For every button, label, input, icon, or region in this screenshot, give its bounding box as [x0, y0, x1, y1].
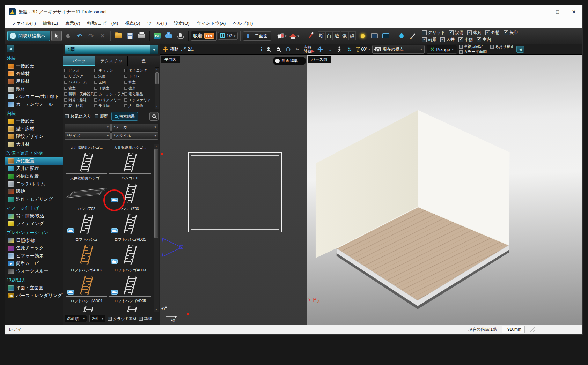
sidebar-item-敷材[interactable]: 敷材 — [5, 85, 63, 93]
save-button[interactable] — [125, 31, 135, 41]
plan-view[interactable]: 平面図 +Y +X — [160, 55, 307, 325]
menu-編集(E)[interactable]: 編集(E) — [39, 18, 61, 28]
search-button[interactable] — [149, 112, 159, 121]
back-to-floorplan-button[interactable]: ← 間取り編集へ — [7, 31, 50, 41]
selection-frame-button[interactable] — [255, 45, 263, 53]
category-玄関[interactable]: 玄関 — [94, 79, 124, 85]
minimize-button[interactable]: − — [533, 5, 549, 18]
floor-select[interactable]: 1階 ▼ — [65, 45, 158, 54]
movie-export-button[interactable]: PV — [152, 31, 162, 41]
two-pane-view-button[interactable]: 二面図 — [243, 31, 271, 41]
cloud-material-toggle[interactable]: クラウド素材 — [108, 316, 137, 321]
sidebar-item-平面・立面図[interactable]: 平面・立面図 — [5, 284, 63, 292]
menu-設定(O)[interactable]: 設定(O) — [170, 18, 193, 28]
view-toggle-設備[interactable]: 設備 — [449, 30, 463, 36]
category-ダイニング[interactable]: ダイニング — [124, 67, 154, 73]
sidebar-item-バルコニー/共用廊下[interactable]: バルコニー/共用廊下 — [5, 93, 63, 100]
delete-button[interactable]: ✕ — [97, 31, 108, 41]
menu-ヘルプ(H)[interactable]: ヘルプ(H) — [229, 18, 256, 28]
category-雑貨・趣味[interactable]: 雑貨・趣味 — [64, 97, 94, 103]
filter-maker[interactable]: *メーカー▾ — [111, 124, 158, 131]
category-和室[interactable]: 和室 — [124, 79, 154, 85]
part-item-天井収納用ハシゴ...[interactable]: 天井収納用ハシゴ... — [108, 144, 152, 152]
voice-button[interactable] — [175, 31, 185, 41]
persp-check-カラー平面図[interactable]: カラー平面図 — [459, 50, 487, 54]
measure-tool-button[interactable] — [408, 31, 418, 41]
section-pick-button[interactable] — [306, 31, 316, 41]
brightness-button[interactable] — [358, 31, 368, 41]
category-scrollbar[interactable]: ▲ ▼ — [155, 67, 159, 109]
interior-exterior-toggle[interactable]: 内観 外観▶ — [304, 45, 314, 53]
sidebar-item-ウォークスルー[interactable]: ウォークスルー — [5, 267, 63, 275]
sidebar-item-床に配置[interactable]: 床に配置 — [5, 157, 63, 165]
sidebar-item-パース・レンダリング[interactable]: HQパース・レンダリング — [5, 292, 63, 299]
category-書斎[interactable]: 書斎 — [124, 85, 154, 91]
part-item[interactable] — [65, 305, 108, 312]
sidebar-item-カーテンウォール[interactable]: カーテンウォール — [5, 100, 63, 108]
filter-size[interactable]: *サイズ▾ — [65, 132, 111, 140]
part-item-天井収納用ハシゴ...[interactable]: 天井収納用ハシゴ... — [65, 152, 108, 182]
search-results-button[interactable]: 検索結果 — [111, 112, 138, 121]
part-item-ロフトハシゴAD05[interactable]: ロフトハシゴAD05 — [108, 275, 152, 305]
part-item-ハシゴZ02[interactable]: ハシゴZ02 — [65, 182, 108, 213]
snap-toggle[interactable]: 吸着 ON — [191, 31, 217, 41]
category-キッチン[interactable]: キッチン — [94, 67, 124, 73]
maximize-button[interactable]: □ — [549, 5, 566, 18]
part-item-ロフトハシゴAD03[interactable]: ロフトハシゴAD03 — [108, 244, 152, 275]
tab-色[interactable]: 色 — [128, 56, 160, 66]
tab-テクスチャ[interactable]: テクスチャ — [95, 56, 127, 66]
view-toggle-外構[interactable]: 外構 — [485, 30, 500, 36]
screen-view-button[interactable] — [369, 31, 380, 41]
view-angle-select[interactable]: 60° ▾ — [355, 47, 370, 52]
category-トイレ[interactable]: トイレ — [124, 73, 154, 79]
sidebar-item-外壁材[interactable]: 外壁材 — [5, 70, 63, 77]
detail-toggle[interactable]: 詳細 — [139, 316, 152, 321]
sidebar-item-背・前景/映込[interactable]: 背・前景/映込 — [5, 212, 63, 220]
scroll-down-icon[interactable]: ▼ — [155, 308, 157, 311]
line-toggle-白[interactable]: 白 — [325, 31, 333, 40]
favorites-filter[interactable]: お気に入り — [65, 113, 91, 119]
part-item[interactable] — [108, 305, 152, 312]
sidebar-item-ライティング[interactable]: ライティング — [5, 220, 63, 228]
color-tool-button[interactable] — [396, 31, 407, 41]
category-リビング[interactable]: リビング — [64, 73, 94, 79]
undo-button[interactable]: ↶ — [74, 31, 85, 41]
two-point-tool[interactable]: 2点 — [181, 46, 194, 52]
view-toggle-小物[interactable]: 小物 — [458, 37, 473, 43]
category-乗り物[interactable]: 乗り物 — [94, 103, 124, 109]
viewpoint-select[interactable]: 現在の視点 ▾ — [372, 45, 425, 54]
tab-パーツ[interactable]: パーツ — [63, 56, 95, 66]
menu-ツール(T)[interactable]: ツール(T) — [144, 18, 170, 28]
fit-view-button[interactable] — [284, 45, 292, 53]
sidebar-item-外構に配置[interactable]: 外構に配置 — [5, 172, 63, 180]
history-filter[interactable]: 履歴 — [95, 113, 108, 119]
columns-select[interactable]: 2列▾ — [89, 315, 105, 322]
persp-check-あおり補正[interactable]: あおり補正 — [490, 44, 514, 49]
print-button[interactable] — [136, 31, 147, 41]
sidebar-item-一括変更[interactable]: 一括変更 — [5, 62, 63, 70]
view-toggle-天井[interactable]: 天井 — [440, 37, 455, 43]
zoom-in-button[interactable] — [265, 45, 272, 53]
grid-scale-select[interactable]: 1/2 ▾ — [218, 32, 238, 40]
scroll-down-icon[interactable]: ▼ — [156, 105, 158, 108]
parts-scrollbar[interactable]: ▲ ▼ — [154, 144, 159, 312]
zoom-out-button[interactable] — [274, 45, 282, 53]
scroll-up-icon[interactable]: ▲ — [156, 68, 158, 72]
menu-表示(V)[interactable]: 表示(V) — [61, 18, 83, 28]
sidebar-item-色覚チェック[interactable]: 色覚チェック — [5, 244, 63, 252]
sort-select[interactable]: 名前順▾ — [65, 315, 87, 322]
persp-check-注視点固定[interactable]: 注視点固定 — [459, 44, 487, 49]
pan-tool-button[interactable] — [63, 31, 73, 41]
view-toggle-室内[interactable]: 室内 — [477, 37, 491, 43]
sidebar-item-階段デザイン[interactable]: 階段デザイン — [5, 133, 63, 140]
scroll-up-icon[interactable]: ▲ — [155, 145, 157, 148]
sidebar-item-屋根材[interactable]: 屋根材 — [5, 77, 63, 85]
category-ビフォー[interactable]: ビフォー — [64, 67, 94, 73]
sidebar-item-暖炉[interactable]: 暖炉 — [5, 188, 63, 195]
category-バリアフリー[interactable]: バリアフリー — [94, 97, 124, 103]
view-toggle-グリッド[interactable]: グリッド — [422, 30, 445, 36]
pan-view-button[interactable] — [316, 45, 324, 53]
open-file-button[interactable] — [113, 31, 124, 41]
menu-移動/コピー(M)[interactable]: 移動/コピー(M) — [84, 18, 122, 28]
select-tool-button[interactable] — [51, 31, 62, 41]
